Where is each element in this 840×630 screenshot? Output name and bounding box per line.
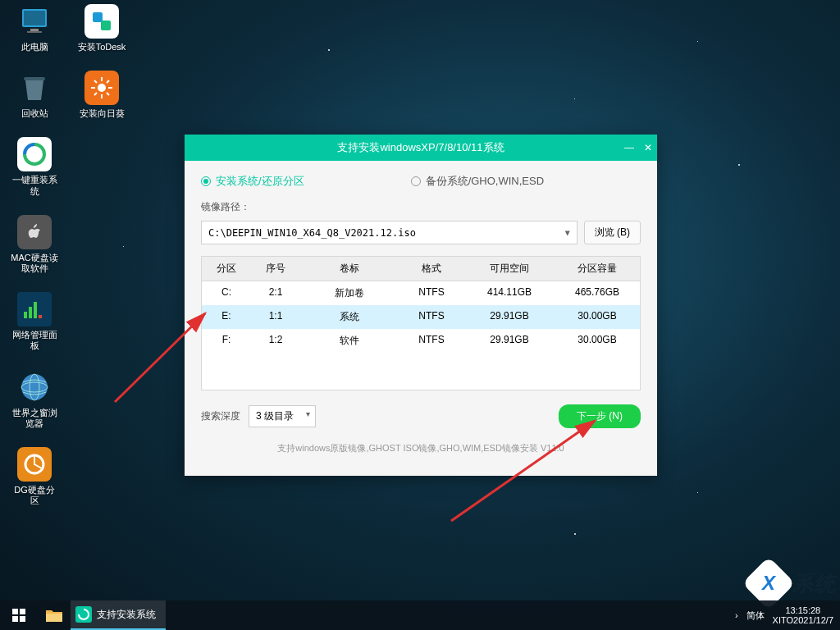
desktop-icon-sunflower[interactable]: 安装向日葵 [77,71,126,119]
search-depth-label: 搜索深度 [201,409,240,423]
svg-rect-26 [12,609,18,614]
image-path-label: 镜像路径： [201,200,641,214]
svg-rect-13 [93,12,103,22]
svg-rect-30 [46,614,62,622]
desktop-icon-recycle-bin[interactable]: 回收站 [10,71,59,119]
svg-rect-6 [29,307,32,318]
svg-rect-8 [39,315,42,318]
browse-button[interactable]: 浏览 (B) [584,221,641,244]
next-button[interactable]: 下一步 (N) [559,404,641,428]
desktop-icon-todesk[interactable]: 安装ToDesk [77,4,126,52]
table-header: 分区 序号 卷标 格式 可用空间 分区容量 [202,257,640,281]
svg-line-20 [94,80,97,83]
desktop-icon-reinstall[interactable]: 一键重装系统 [10,137,59,196]
table-row[interactable]: F:1:2软件NTFS29.91GB30.00GB [202,329,640,353]
netpanel-icon [17,292,52,326]
svg-line-23 [94,93,97,95]
footer-note: 支持windows原版镜像,GHOST ISO镜像,GHO,WIM,ESD镜像安… [201,442,641,454]
chevron-down-icon: ▼ [565,228,570,237]
svg-rect-29 [20,616,25,622]
svg-line-21 [107,93,109,95]
svg-rect-2 [30,29,39,31]
image-path-dropdown[interactable]: C:\DEEPIN_WIN10_X64_Q8_V2021.12.iso ▼ [201,221,578,244]
svg-rect-1 [24,11,45,25]
window-title: 支持安装windowsXP/7/8/10/11系统 [337,140,504,155]
svg-rect-5 [24,312,27,318]
tray-time[interactable]: 13:15:28 [773,605,833,615]
search-depth-select[interactable]: 3 级目录 [249,405,316,427]
table-row[interactable]: C:2:1新加卷NTFS414.11GB465.76GB [202,281,640,305]
svg-rect-28 [12,616,18,622]
tray-ime[interactable]: 简体 [746,609,765,622]
pc-icon [17,4,52,39]
todesk-icon [84,4,119,39]
desktop-icon-browser[interactable]: 世界之窗浏览器 [10,370,59,429]
reinstall-icon [17,137,52,171]
radio-dot-icon [411,176,421,186]
minimize-button[interactable]: — [624,142,634,153]
close-button[interactable]: ✕ [644,142,652,153]
svg-point-9 [21,374,48,400]
watermark: X 系统 [750,564,835,602]
start-button[interactable] [0,600,38,630]
app-icon [75,606,92,623]
desktop-icon-net-panel[interactable]: 网络管理面板 [10,292,59,351]
radio-backup[interactable]: 备份系统/GHO,WIN,ESD [411,174,544,189]
taskbar-file-explorer[interactable] [38,600,71,630]
tray-date[interactable]: XITO2021/12/7 [773,615,833,625]
sunflower-icon [84,71,119,105]
globe-icon [17,370,52,404]
radio-install-restore[interactable]: 安装系统/还原分区 [201,174,304,189]
svg-line-22 [107,80,109,83]
desktop-icon-dg-partition[interactable]: DG硬盘分区 [10,447,59,506]
desktop-icon-this-pc[interactable]: 此电脑 [10,4,59,52]
svg-rect-27 [20,609,25,614]
mac-icon [17,215,52,249]
svg-rect-4 [24,77,45,80]
trash-icon [17,71,52,105]
dg-icon [17,447,52,482]
svg-rect-14 [101,21,111,30]
desktop-icon-mac-disk[interactable]: MAC硬盘读取软件 [10,215,59,274]
tray-chevron-icon[interactable]: › [735,610,738,620]
desktop-icons: 此电脑 回收站 一键重装系统 MAC硬盘读取软件 [10,4,126,506]
svg-point-15 [98,84,106,92]
taskbar-active-app[interactable]: 支持安装系统 [71,600,166,630]
partition-table: 分区 序号 卷标 格式 可用空间 分区容量 C:2:1新加卷NTFS414.11… [201,256,641,390]
installer-window: 支持安装windowsXP/7/8/10/11系统 — ✕ 安装系统/还原分区 … [185,135,657,476]
window-title-bar[interactable]: 支持安装windowsXP/7/8/10/11系统 — ✕ [185,135,657,161]
svg-rect-7 [34,302,37,318]
radio-dot-icon [201,176,211,186]
table-row[interactable]: E:1:1系统NTFS29.91GB30.00GB [202,305,640,329]
svg-rect-3 [27,31,42,33]
taskbar: 支持安装系统 › 简体 13:15:28 XITO2021/12/7 [0,600,840,630]
